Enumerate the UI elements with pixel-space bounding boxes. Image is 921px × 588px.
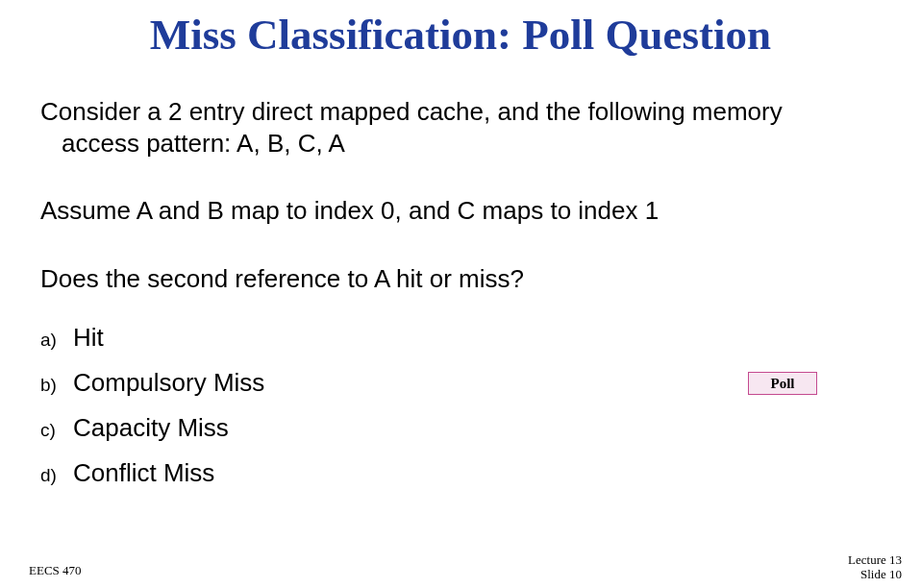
slide: Miss Classification: Poll Question Consi… xyxy=(0,0,921,588)
option-c-marker: c) xyxy=(40,420,73,441)
slide-body: Consider a 2 entry direct mapped cache, … xyxy=(0,96,921,488)
option-a: a) Hit xyxy=(40,323,881,353)
para1-line1: Consider a 2 entry direct mapped cache, … xyxy=(40,97,783,126)
poll-button[interactable]: Poll xyxy=(748,372,817,395)
option-d-marker: d) xyxy=(40,465,73,486)
option-a-marker: a) xyxy=(40,330,73,351)
option-d: d) Conflict Miss xyxy=(40,458,881,488)
footer-slide-num: Slide 10 xyxy=(860,567,902,581)
page-title: Miss Classification: Poll Question xyxy=(0,0,921,60)
paragraph-assume: Assume A and B map to index 0, and C map… xyxy=(40,195,881,227)
footer-lecture: Lecture 13 Slide 10 xyxy=(848,552,902,582)
footer-lecture-num: Lecture 13 xyxy=(848,552,902,567)
option-a-text: Hit xyxy=(73,323,104,353)
paragraph-question: Does the second reference to A hit or mi… xyxy=(40,263,881,295)
footer-course: EECS 470 xyxy=(29,563,82,578)
option-d-text: Conflict Miss xyxy=(73,458,214,488)
options-list: a) Hit b) Compulsory Miss c) Capacity Mi… xyxy=(40,323,881,488)
para1-line2: access pattern: A, B, C, A xyxy=(62,129,345,158)
option-c: c) Capacity Miss xyxy=(40,413,881,443)
option-b-marker: b) xyxy=(40,375,73,396)
option-c-text: Capacity Miss xyxy=(73,413,229,443)
option-b-text: Compulsory Miss xyxy=(73,368,264,398)
paragraph-setup: Consider a 2 entry direct mapped cache, … xyxy=(40,96,881,159)
